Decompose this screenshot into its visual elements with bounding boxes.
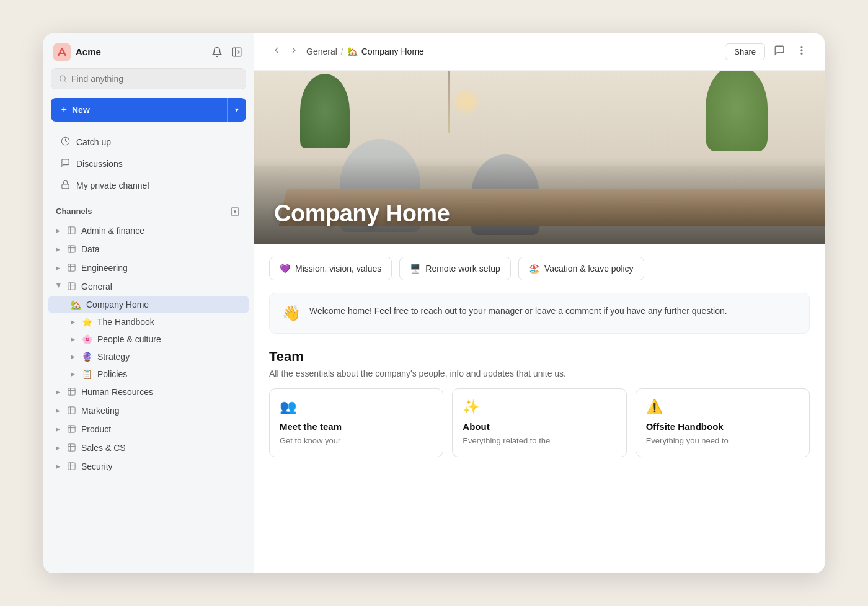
handbook-emoji: ⭐ (82, 317, 92, 327)
meet-team-desc: Get to know your (280, 435, 433, 447)
back-button[interactable] (269, 44, 284, 59)
collapsed-arrow-icon: ▶ (56, 426, 62, 432)
data-label: Data (81, 244, 100, 254)
breadcrumb-current-emoji: 🏡 (347, 47, 358, 56)
new-button-dropdown[interactable]: ▾ (227, 98, 246, 122)
channel-icon (67, 443, 76, 452)
team-card-meet-team[interactable]: 👥 Meet the team Get to know your (269, 388, 443, 457)
expanded-arrow-icon: ▶ (56, 283, 62, 290)
sidebar-item-catch-up[interactable]: Catch up (48, 131, 249, 153)
plant-decoration-1 (300, 74, 350, 148)
human-resources-label: Human Resources (81, 387, 153, 397)
sidebar-header: Acme (43, 33, 254, 68)
brand-logo-icon (53, 43, 71, 61)
brand: Acme (53, 43, 101, 61)
comment-button[interactable] (771, 42, 787, 61)
team-card-about[interactable]: ✨ About Everything related to the (452, 388, 626, 457)
collapse-sidebar-button[interactable] (230, 45, 244, 59)
company-home-label: Company Home (86, 300, 149, 310)
svg-point-33 (801, 46, 802, 47)
sidebar-item-security[interactable]: ▶ Security (43, 457, 254, 476)
breadcrumb-nav (269, 44, 301, 59)
plant-decoration-2 (706, 71, 768, 151)
quick-link-mission[interactable]: 💜 Mission, vision, values (269, 257, 392, 280)
plus-icon: ＋ (60, 104, 68, 115)
collapsed-arrow-icon: ▶ (56, 246, 62, 252)
engineering-label: Engineering (81, 263, 128, 273)
forward-button[interactable] (286, 44, 301, 59)
collapsed-arrow-icon: ▶ (71, 336, 77, 342)
breadcrumb-parent-link[interactable]: General (306, 47, 337, 56)
svg-rect-27 (68, 444, 75, 451)
channel-icon (67, 387, 76, 396)
mission-emoji: 💜 (280, 264, 290, 274)
sidebar-item-discussions[interactable]: Discussions (48, 153, 249, 174)
meet-team-title: Meet the team (280, 421, 433, 432)
company-home-emoji: 🏡 (71, 300, 81, 310)
sales-cs-label: Sales & CS (81, 443, 126, 453)
channel-icon (67, 406, 76, 415)
content-body: 💜 Mission, vision, values 🖥️ Remote work… (254, 244, 825, 470)
svg-rect-0 (53, 43, 71, 61)
main-content: General / 🏡 Company Home Share (254, 33, 825, 573)
channel-icon (67, 244, 76, 254)
new-button-wrapper: ＋ New ▾ (51, 98, 246, 122)
search-icon (59, 74, 67, 83)
sidebar-item-general[interactable]: ▶ General (43, 277, 254, 296)
share-button[interactable]: Share (725, 43, 765, 60)
sidebar-item-sales-cs[interactable]: ▶ Sales & CS (43, 439, 254, 457)
sidebar-item-human-resources[interactable]: ▶ Human Resources (43, 383, 254, 401)
search-input[interactable] (71, 74, 238, 84)
strategy-label: Strategy (97, 352, 130, 362)
sidebar-item-admin-finance[interactable]: ▶ Admin & finance (43, 221, 254, 240)
svg-point-35 (801, 53, 802, 54)
svg-rect-30 (68, 463, 75, 470)
sidebar-item-people-culture[interactable]: ▶ 🌸 People & culture (43, 331, 254, 348)
offsite-title: Offsite Handbook (646, 421, 799, 432)
svg-rect-4 (62, 184, 69, 188)
new-button[interactable]: ＋ New (51, 98, 227, 122)
hero-banner: Company Home (254, 71, 825, 244)
collapsed-arrow-icon: ▶ (56, 228, 62, 234)
mission-label: Mission, vision, values (295, 264, 381, 274)
svg-rect-1 (232, 48, 241, 56)
team-card-offsite-handbook[interactable]: ⚠️ Offsite Handbook Everything you need … (636, 388, 810, 457)
search-bar[interactable] (51, 68, 246, 89)
notifications-button[interactable] (210, 45, 224, 59)
sidebar-item-private-channel[interactable]: My private channel (48, 175, 249, 196)
sidebar-item-strategy[interactable]: ▶ 🔮 Strategy (43, 348, 254, 365)
remote-emoji: 🖥️ (410, 264, 420, 274)
about-emoji: ✨ (463, 399, 616, 415)
quick-link-vacation[interactable]: 🏖️ Vacation & leave policy (518, 257, 644, 280)
svg-rect-21 (68, 407, 75, 414)
people-culture-emoji: 🌸 (82, 334, 92, 344)
sidebar-item-marketing[interactable]: ▶ Marketing (43, 401, 254, 420)
svg-point-34 (801, 50, 802, 51)
sidebar-item-the-handbook[interactable]: ▶ ⭐ The Handbook (43, 313, 254, 331)
collapsed-arrow-icon: ▶ (56, 463, 62, 470)
light-decoration (454, 89, 479, 114)
sidebar-item-engineering[interactable]: ▶ Engineering (43, 259, 254, 277)
quick-links: 💜 Mission, vision, values 🖥️ Remote work… (269, 257, 810, 280)
sidebar-item-product[interactable]: ▶ Product (43, 420, 254, 439)
collapsed-arrow-icon: ▶ (71, 354, 77, 360)
sidebar-item-data[interactable]: ▶ Data (43, 240, 254, 259)
channel-icon (67, 424, 76, 434)
svg-point-2 (60, 76, 66, 81)
sidebar-item-company-home[interactable]: 🏡 Company Home (48, 296, 249, 313)
sidebar-item-policies[interactable]: ▶ 📋 Policies (43, 365, 254, 383)
quick-link-remote[interactable]: 🖥️ Remote work setup (399, 257, 511, 280)
add-channel-button[interactable] (229, 205, 241, 218)
admin-finance-label: Admin & finance (81, 226, 144, 236)
channel-icon (67, 461, 76, 471)
more-options-button[interactable] (794, 42, 810, 61)
brand-name: Acme (76, 47, 101, 57)
meet-team-emoji: 👥 (280, 399, 433, 415)
channel-icon (67, 226, 76, 235)
lamp-stem (448, 71, 450, 133)
team-section-title: Team (269, 349, 810, 365)
svg-rect-24 (68, 426, 75, 432)
team-cards: 👥 Meet the team Get to know your ✨ About… (269, 388, 810, 457)
welcome-box: 👋 Welcome home! Feel free to reach out t… (269, 293, 810, 334)
team-section-subtitle: All the essentials about the company's p… (269, 368, 810, 378)
